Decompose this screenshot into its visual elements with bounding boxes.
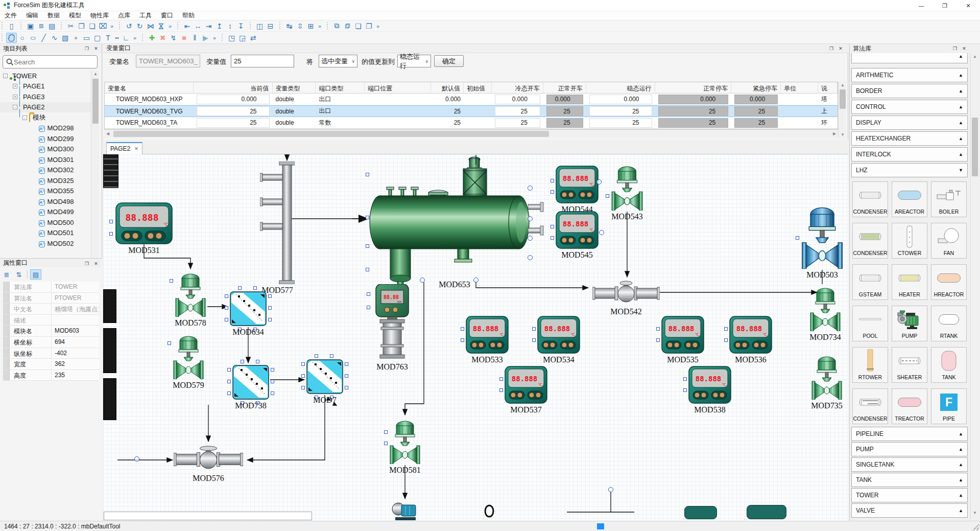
selection-handle[interactable] — [345, 362, 348, 366]
column-header-说[interactable]: 说 — [818, 82, 838, 93]
canvas-module-MOD544[interactable]: 88.888℃ — [556, 166, 599, 203]
canvas-module-MOD531[interactable]: 88.888℃ — [115, 202, 173, 244]
section-arithmetic[interactable]: ARITHMETIC▲ — [851, 68, 968, 82]
tree-item-MOD500[interactable]: A¹MOD500 — [0, 217, 91, 228]
cell[interactable]: 25 — [731, 106, 781, 117]
value-cell[interactable]: 0.000 — [734, 95, 778, 104]
close-icon[interactable]: ✕ — [961, 45, 968, 52]
cut-icon[interactable]: ✂ — [65, 21, 76, 31]
connection-handle[interactable] — [528, 255, 533, 260]
property-value[interactable] — [52, 315, 99, 326]
column-header-端口位置[interactable]: 端口位置 — [365, 82, 431, 93]
menu-item-8[interactable]: 窗口 — [156, 11, 178, 20]
connection-handle[interactable] — [599, 230, 604, 235]
overflow-icon[interactable]: » — [108, 21, 115, 31]
tree-item-PAGE1[interactable]: +PAGE1 — [0, 81, 91, 92]
cell[interactable]: 25 — [543, 117, 586, 128]
cell[interactable] — [464, 117, 492, 128]
connection-handle[interactable] — [134, 456, 139, 461]
point-icon[interactable]: ∘ — [70, 33, 81, 43]
selection-handle[interactable] — [345, 374, 348, 378]
distribute-horizontal-icon[interactable]: ◫ — [254, 21, 265, 31]
value-cell[interactable]: 0.000 — [546, 95, 583, 104]
float-icon[interactable]: ❐ — [83, 260, 90, 267]
delete-icon[interactable]: ⌧ — [98, 21, 108, 31]
library-item-SHEATER[interactable]: SHEATER — [892, 347, 927, 383]
value-cell[interactable]: 25 — [658, 118, 729, 128]
canvas-module-MOD581[interactable] — [389, 418, 421, 464]
cell[interactable]: 0.000 — [492, 94, 543, 105]
send-back-icon[interactable]: ⧉ — [343, 20, 353, 31]
column-header-初始值[interactable]: 初始值 — [464, 82, 492, 93]
canvas-module-MOD533[interactable]: 88.888℃ — [466, 316, 509, 354]
overflow-icon[interactable]: » — [374, 21, 381, 31]
rotate-left-icon[interactable]: ↺ — [124, 21, 134, 31]
value-cell[interactable]: 25 — [589, 118, 652, 128]
selection-handle[interactable] — [238, 286, 242, 290]
value-cell[interactable]: 25 — [734, 106, 778, 116]
target-select[interactable]: 选中变量∨ — [319, 55, 357, 67]
cell[interactable]: TOWER_MOD603_TA — [105, 117, 194, 128]
tree-scrollbar[interactable]: ▲ ▼ — [91, 71, 99, 284]
overflow-icon[interactable]: » — [211, 33, 218, 43]
shrink-canvas-icon[interactable]: ◲ — [237, 33, 248, 43]
menu-item-9[interactable]: 帮助 — [178, 11, 199, 20]
canvas-module-MOD545[interactable]: 88.888℃ — [556, 211, 599, 249]
selection-handle[interactable] — [532, 327, 536, 331]
library-item-GSTEAM[interactable]: GSTEAM — [852, 264, 888, 300]
variable-value-field[interactable]: 25 — [231, 55, 294, 67]
property-value[interactable]: 精馏塔（泡露点） — [52, 304, 99, 314]
run-icon[interactable]: ▶ — [200, 33, 211, 43]
property-value[interactable]: -402 — [52, 348, 99, 359]
library-item-HEATER[interactable]: HEATER — [892, 264, 927, 300]
tree-item-MOD498[interactable]: A¹MOD498 — [0, 196, 91, 207]
ellipse-icon[interactable]: ○ — [25, 33, 41, 43]
selection-handle[interactable] — [551, 236, 554, 240]
canvas-module-MOD576[interactable] — [174, 446, 243, 472]
distribute-vertical-icon[interactable]: ⊟ — [265, 21, 276, 31]
selection-handle[interactable] — [366, 244, 369, 248]
collapse-icon[interactable]: - — [3, 74, 8, 78]
align-center-icon[interactable]: ↔ — [193, 21, 203, 31]
selection-handle[interactable] — [367, 306, 370, 309]
maximize-icon[interactable]: ❐ — [933, 0, 957, 11]
detail-icon[interactable]: ▤ — [30, 269, 41, 280]
selection-handle[interactable] — [345, 386, 348, 389]
connection-handle[interactable] — [608, 487, 613, 492]
rect-icon[interactable]: ▭ — [81, 33, 92, 43]
tree-item-PAGE2[interactable]: -PAGE2 — [0, 102, 91, 113]
library-item-CTOWER[interactable]: CTOWER — [892, 223, 927, 259]
canvas-module-MOD735[interactable] — [811, 354, 843, 400]
section-tower[interactable]: TOWER▲ — [851, 488, 968, 502]
scroll-up-icon[interactable]: ▲ — [839, 82, 847, 89]
tree-item-MOD499[interactable]: A¹MOD499 — [0, 207, 91, 218]
cell[interactable]: 25 — [492, 106, 543, 117]
cell[interactable]: 25 — [586, 106, 655, 117]
selection-handle[interactable] — [271, 391, 274, 395]
column-header-端口类型[interactable]: 端口类型 — [316, 82, 365, 93]
flip-horizontal-icon[interactable]: ⋈ — [145, 21, 156, 31]
cell[interactable]: 0.000 — [543, 94, 586, 105]
vessel-graphic[interactable] — [352, 154, 546, 293]
add-icon[interactable]: ✚ — [147, 33, 157, 43]
scroll-left-icon[interactable]: ◀ — [104, 130, 111, 138]
close-icon[interactable]: ✕ — [957, 0, 980, 11]
menu-item-2[interactable]: 编辑 — [21, 11, 43, 20]
cell[interactable]: 25 — [194, 117, 273, 128]
selection-handle[interactable] — [268, 306, 272, 310]
cell[interactable]: 25 — [492, 117, 543, 128]
cell[interactable] — [365, 106, 431, 117]
elbow-line-icon[interactable]: ∟ — [121, 33, 131, 43]
table-vscrollbar[interactable]: ▲ ▼ — [838, 82, 846, 138]
selection-handle[interactable] — [330, 354, 333, 358]
value-cell[interactable]: 25 — [658, 106, 729, 116]
cell[interactable]: 0.000 — [655, 94, 732, 105]
column-header-默认值[interactable]: 默认值 — [431, 82, 464, 93]
selection-handle[interactable] — [268, 294, 272, 298]
canvas-module-MOD542[interactable] — [592, 280, 660, 306]
align-middle-icon[interactable]: ↕ — [225, 21, 235, 31]
cell[interactable]: 25 — [543, 106, 586, 117]
search-box[interactable] — [3, 55, 98, 68]
section-border[interactable]: BORDER▲ — [851, 84, 968, 98]
dots-icon[interactable]: •• — [113, 33, 121, 43]
